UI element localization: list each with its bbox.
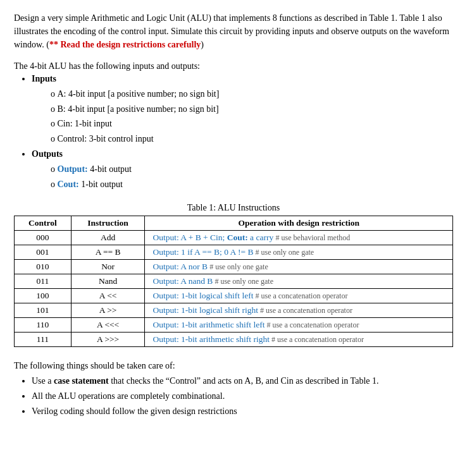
intro-red-text: ** Read the design restrictions carefull… xyxy=(49,40,201,49)
bottom-section: The following things should be taken car… xyxy=(14,358,453,418)
input-cin: Cin: 1-bit input xyxy=(51,116,453,131)
instruction-sar: A >>> xyxy=(71,333,145,347)
instruction-sll: A << xyxy=(71,289,145,303)
input-a: A: 4-bit input [a positive number; no si… xyxy=(51,87,453,102)
table-row: 111 A >>> Output: 1-bit arithmetic shift… xyxy=(15,333,453,347)
input-control: Control: 3-bit control input xyxy=(51,131,453,147)
output-cout: Cout: 1-bit output xyxy=(51,177,453,192)
op-eq: Output: 1 if A == B; 0 A != B # use only… xyxy=(145,245,453,260)
control-110: 110 xyxy=(15,318,72,333)
col-header-control: Control xyxy=(15,216,72,231)
bullet1-rest: that checks the “Control” and acts on A,… xyxy=(109,376,379,386)
output-label: Output: xyxy=(58,164,88,174)
op-nand: Output: A nand B # use only one gate xyxy=(145,274,453,289)
table-row: 110 A <<< Output: 1-bit arithmetic shift… xyxy=(15,318,453,333)
output-rest: 4-bit output xyxy=(88,164,132,174)
instruction-srl: A >> xyxy=(71,303,145,318)
bullet-verilog: Verilog coding should follow the given d… xyxy=(32,404,453,419)
control-100: 100 xyxy=(15,289,72,303)
table-row: 011 Nand Output: A nand B # use only one… xyxy=(15,274,453,289)
bottom-heading: The following things should be taken car… xyxy=(14,358,453,374)
bottom-list: Use a case statement that checks the “Co… xyxy=(32,374,453,418)
inputs-item: Inputs A: 4-bit input [a positive number… xyxy=(32,71,453,147)
op-sll: Output: 1-bit logical shift left # use a… xyxy=(145,289,453,303)
inputs-label: Inputs xyxy=(32,74,56,83)
table-title: Table 1: ALU Instructions xyxy=(14,203,453,213)
op-sar: Output: 1-bit arithmetic shift right # u… xyxy=(145,333,453,347)
control-111: 111 xyxy=(15,333,72,347)
bullet1-bold: case statement xyxy=(54,376,109,386)
bullet3-text: Verilog coding should follow the given d… xyxy=(32,406,237,416)
instruction-sal: A <<< xyxy=(71,318,145,333)
control-000: 000 xyxy=(15,231,72,245)
control-011: 011 xyxy=(15,274,72,289)
table-row: 001 A == B Output: 1 if A == B; 0 A != B… xyxy=(15,245,453,260)
bullet-case-statement: Use a case statement that checks the “Co… xyxy=(32,374,453,389)
op-add: Output: A + B + Cin; Cout: a carry # use… xyxy=(145,231,453,245)
cout-rest: 1-bit output xyxy=(79,180,123,189)
control-101: 101 xyxy=(15,303,72,318)
input-b: B: 4-bit input [a positive number; no si… xyxy=(51,102,453,117)
table-row: 101 A >> Output: 1-bit logical shift rig… xyxy=(15,303,453,318)
outputs-label: Outputs xyxy=(32,149,63,159)
inputs-sub-list: A: 4-bit input [a positive number; no si… xyxy=(51,87,453,147)
bullet1-normal: Use a xyxy=(32,376,54,386)
bullet2-text: All the ALU operations are completely co… xyxy=(32,391,225,401)
intro-text2: ) xyxy=(201,40,204,49)
op-sal: Output: 1-bit arithmetic shift left # us… xyxy=(145,318,453,333)
inputs-outputs-list: Inputs A: 4-bit input [a positive number… xyxy=(32,71,453,192)
intro-paragraph: Design a very simple Arithmetic and Logi… xyxy=(14,11,453,51)
instruction-nor: Nor xyxy=(71,260,145,274)
bullet-combinational: All the ALU operations are completely co… xyxy=(32,389,453,404)
instruction-nand: Nand xyxy=(71,274,145,289)
op-srl: Output: 1-bit logical shift right # use … xyxy=(145,303,453,318)
io-section: The 4-bit ALU has the following inputs a… xyxy=(14,61,453,192)
outputs-item: Outputs Output: 4-bit output Cout: 1-bit… xyxy=(32,147,453,192)
cout-label: Cout: xyxy=(58,180,79,189)
control-010: 010 xyxy=(15,260,72,274)
col-header-operation: Operation with design restriction xyxy=(145,216,453,231)
table-row: 100 A << Output: 1-bit logical shift lef… xyxy=(15,289,453,303)
col-header-instruction: Instruction xyxy=(71,216,145,231)
instruction-eq: A == B xyxy=(71,245,145,260)
io-heading: The 4-bit ALU has the following inputs a… xyxy=(14,61,453,71)
table-header-row: Control Instruction Operation with desig… xyxy=(15,216,453,231)
alu-table: Control Instruction Operation with desig… xyxy=(14,216,453,347)
outputs-sub-list: Output: 4-bit output Cout: 1-bit output xyxy=(51,162,453,192)
output-output: Output: 4-bit output xyxy=(51,162,453,177)
instruction-add: Add xyxy=(71,231,145,245)
table-row: 000 Add Output: A + B + Cin; Cout: a car… xyxy=(15,231,453,245)
table-row: 010 Nor Output: A nor B # use only one g… xyxy=(15,260,453,274)
op-nor: Output: A nor B # use only one gate xyxy=(145,260,453,274)
control-001: 001 xyxy=(15,245,72,260)
